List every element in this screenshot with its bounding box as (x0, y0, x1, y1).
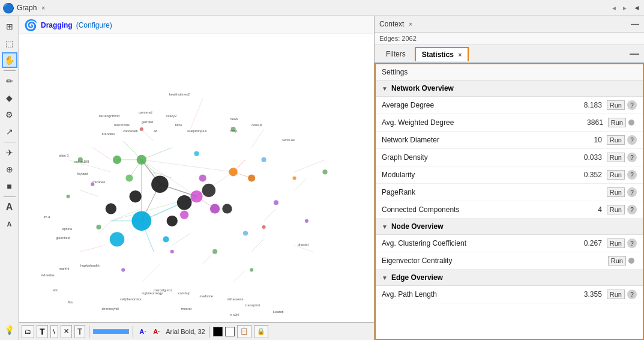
color-white-box[interactable] (225, 327, 235, 336)
tab-statistics-close[interactable]: × (458, 52, 462, 58)
label-canceradi: canceradi (123, 129, 137, 133)
label-gleenfeld: gleenfield (56, 236, 70, 240)
label-mikrorodik: mikrorodik (114, 123, 130, 127)
layout-tool-btn[interactable]: ✈ (2, 145, 17, 160)
label-consult: consult (251, 123, 262, 127)
font-tool-small-btn[interactable]: A (2, 216, 17, 232)
help-icon-graph-density[interactable]: ? (627, 153, 637, 162)
label-cambup: cambup (178, 291, 190, 295)
help-icon-avg-path-length[interactable]: ? (627, 290, 637, 299)
stat-row-avg-path-length: Avg. Path Length 3.355 Run ? (376, 286, 643, 303)
settings-tool-btn[interactable]: ⚙ (2, 107, 17, 123)
stat-value-graph-density: 0.033 (578, 153, 602, 162)
stat-row-avg-degree: Average Degree 8.183 Run ? (376, 97, 643, 114)
svg-point-79 (194, 151, 199, 156)
help-icon-connected-components[interactable]: ? (627, 205, 637, 214)
right-panel: Context × — Edges: 2062 Filters Statisti… (374, 16, 644, 340)
arrow-tool-btn[interactable]: ↗ (2, 124, 17, 139)
run-btn-avg-path-length[interactable]: Run (607, 290, 625, 299)
label-darrengnthmd: darrengnthmd (98, 114, 119, 118)
section-network-overview[interactable]: ▼ Network Overview (376, 80, 643, 97)
svg-rect-0 (19, 37, 374, 319)
label-sehts: sehts uk (282, 138, 295, 142)
stat-value-modularity: 0.352 (578, 171, 602, 179)
cross-tool-btn[interactable]: ✕ (61, 325, 72, 338)
label-ocacy2: ocacy2 (166, 114, 177, 118)
node-tool-btn[interactable]: ◆ (2, 90, 17, 106)
copy-btn[interactable]: 📋 (237, 325, 251, 338)
run-btn-connected-components[interactable]: Run (607, 205, 625, 214)
section-edge-overview[interactable]: ▼ Edge Overview (376, 270, 643, 286)
font-tool-big-btn[interactable]: A (2, 199, 17, 215)
help-icon-modularity[interactable]: ? (627, 170, 637, 180)
svg-point-71 (322, 169, 327, 174)
stat-row-modularity: Modularity 0.352 Run ? (376, 166, 643, 184)
tabs-minus-btn[interactable]: — (630, 49, 639, 59)
help-icon-avg-clustering[interactable]: ? (627, 238, 637, 248)
run-btn-pagerank[interactable]: Run (607, 187, 625, 197)
label-cancerad: cancerad (139, 111, 152, 115)
nav-next[interactable]: ► (620, 3, 630, 13)
stat-name-graph-density: Graph Density (382, 153, 578, 162)
context-close-btn[interactable]: × (409, 21, 412, 28)
plus-tool-btn[interactable]: ⊕ (2, 162, 17, 177)
label-marcelpuico: marcelguico (154, 288, 172, 292)
svg-point-45 (202, 184, 215, 197)
help-icon-network-diameter[interactable]: ? (627, 135, 637, 145)
svg-point-75 (121, 268, 125, 272)
text-bold-btn[interactable]: T (37, 325, 48, 338)
tab-filters[interactable]: Filters (379, 47, 412, 61)
label-fita: fita (68, 300, 73, 304)
help-icon-pagerank[interactable]: ? (627, 187, 637, 197)
run-btn-eigenvector[interactable]: Run (608, 256, 626, 266)
run-btn-graph-density[interactable]: Run (607, 153, 625, 162)
svg-point-46 (129, 190, 141, 202)
light-tool-btn[interactable]: 💡 (2, 322, 17, 338)
run-btn-network-diameter[interactable]: Run (607, 135, 625, 145)
node-overview-arrow: ▼ (382, 223, 388, 230)
panel-toggle[interactable]: ◄ (632, 3, 642, 13)
nav-prev[interactable]: ◄ (609, 3, 619, 13)
square-tool-btn[interactable]: ■ (2, 178, 17, 194)
rectangle-tool-btn[interactable]: ⬚ (2, 35, 17, 51)
svg-point-43 (151, 175, 169, 193)
stats-panel: Settings ▼ Network Overview Average Degr… (375, 63, 644, 340)
label-oshua108: oshua108 (74, 160, 89, 163)
color-black-box[interactable] (213, 327, 223, 336)
dragging-label: Dragging (41, 21, 73, 29)
context-minimize-btn[interactable]: — (631, 19, 639, 29)
svg-point-56 (125, 174, 133, 181)
svg-point-44 (177, 195, 191, 210)
stat-name-connected-components: Connected Components (382, 205, 578, 214)
svg-point-64 (292, 176, 296, 180)
line-tool-bottom-btn[interactable]: \ (50, 325, 58, 338)
stat-value-connected-components: 4 (578, 205, 602, 214)
stat-row-connected-components: Connected Components 4 Run ? (376, 201, 643, 219)
graph-canvas: healthytimes2 darrengnthmd cancerad ocac… (19, 34, 374, 322)
text-t-btn[interactable]: T (74, 325, 86, 338)
bottom-sep-1 (89, 326, 89, 338)
section-node-overview[interactable]: ▼ Node Overview (376, 219, 643, 235)
lock-btn[interactable]: 🔒 (254, 325, 268, 338)
label-realpromplus: realpromplus (187, 129, 207, 133)
stat-row-pagerank: PageRank Run ? (376, 184, 643, 201)
top-bar: 🔵 Graph × ◄ ► ◄ (0, 0, 644, 16)
tab-statistics[interactable]: Statistics × (415, 47, 469, 61)
edge-overview-label: Edge Overview (391, 273, 443, 282)
label-ephina: ephina (62, 227, 73, 231)
configure-link[interactable]: (Configure) (76, 21, 112, 29)
help-icon-avg-degree[interactable]: ? (627, 100, 637, 110)
pencil-tool-btn[interactable]: ✏ (2, 73, 17, 89)
run-btn-avg-weighted-degree[interactable]: Run (608, 118, 626, 127)
svg-point-76 (250, 268, 253, 272)
drag-tool-btn[interactable]: ✋ (2, 52, 17, 68)
run-btn-modularity[interactable]: Run (607, 170, 625, 180)
select-tool-btn[interactable]: ⊞ (2, 19, 17, 34)
graph-tab-close[interactable]: × (41, 5, 45, 11)
svg-point-77 (163, 236, 169, 242)
run-btn-avg-clustering[interactable]: Run (607, 238, 625, 248)
stat-name-avg-clustering: Avg. Clustering Coefficient (382, 239, 578, 247)
layers-btn[interactable]: 🗂 (22, 325, 34, 338)
run-btn-avg-degree[interactable]: Run (607, 100, 625, 110)
label-markhi: markhi (59, 267, 69, 270)
